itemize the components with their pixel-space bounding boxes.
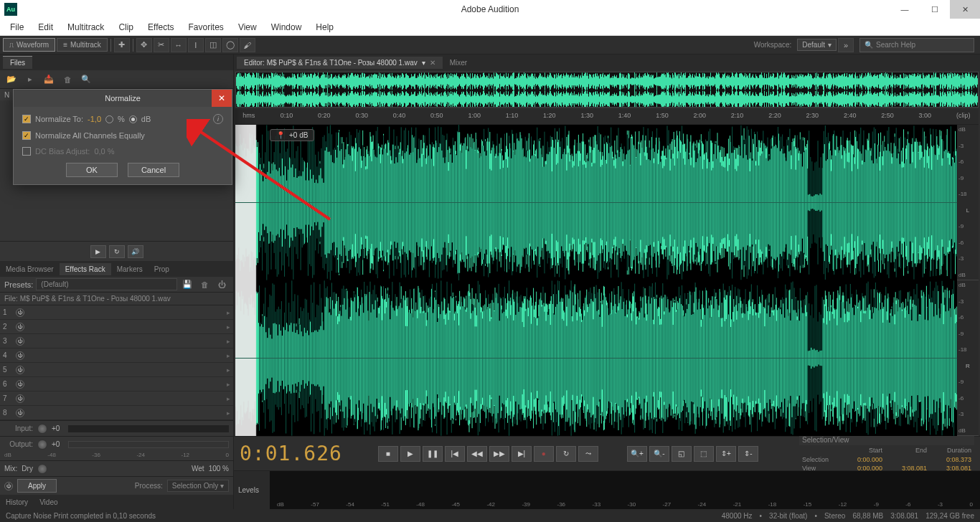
loop-button[interactable]: ↻ xyxy=(556,446,576,462)
waveform-overview[interactable] xyxy=(235,72,979,108)
menu-view[interactable]: View xyxy=(231,20,264,34)
open-file-button[interactable]: 📂 xyxy=(4,74,19,85)
tool-move[interactable]: ✥ xyxy=(136,38,152,52)
presets-dropdown[interactable]: (Default) xyxy=(36,278,177,290)
zoom-full-button[interactable]: ◱ xyxy=(672,446,692,462)
preset-delete-button[interactable]: 🗑 xyxy=(197,279,212,290)
power-icon[interactable]: ⏻ xyxy=(16,351,24,360)
editor-file-tab[interactable]: Editor: M$ PuP$ & F1ns & T1One - Розы 48… xyxy=(237,57,443,69)
waveform-display[interactable]: 📍+0 dB dB-3-6-9-18L-9-6-3dB dB-3-6-9-18R… xyxy=(235,125,979,436)
close-tab-button[interactable]: ✕ xyxy=(430,59,435,67)
power-icon[interactable]: ⏻ xyxy=(16,366,24,374)
levels-meter[interactable]: dB-57-54-51-48-45-42-39-36-33-30-27-24-2… xyxy=(270,471,980,509)
video-tab[interactable]: Video xyxy=(34,497,63,508)
info-icon[interactable]: i xyxy=(213,114,223,124)
unit-db-radio[interactable] xyxy=(129,115,137,123)
power-icon[interactable]: ⏻ xyxy=(16,380,24,389)
tool-marquee[interactable]: ◫ xyxy=(205,38,221,52)
mode-waveform-button[interactable]: ⎍Waveform xyxy=(3,38,55,52)
dialog-title[interactable]: Normalize ✕ xyxy=(14,90,232,107)
rack-power-toggle[interactable]: ⏻ xyxy=(4,482,13,490)
chevron-down-icon[interactable]: ▾ xyxy=(422,59,425,67)
workspace-dropdown[interactable]: Default▾ xyxy=(797,39,837,51)
zoom-selection-button[interactable]: ⬚ xyxy=(694,446,714,462)
pause-button[interactable]: ❚❚ xyxy=(423,446,443,462)
mode-multitrack-button[interactable]: ≡Multitrack xyxy=(57,38,108,52)
go-to-start-button[interactable]: |◀ xyxy=(445,446,465,462)
forward-button[interactable]: ▶▶ xyxy=(489,446,509,462)
power-icon[interactable]: ⏻ xyxy=(16,337,24,346)
tool-time-selection[interactable]: I xyxy=(188,38,204,52)
menu-clip[interactable]: Clip xyxy=(111,20,141,34)
power-icon[interactable]: ⏻ xyxy=(16,409,24,417)
search-help-input[interactable]: 🔍Search Help xyxy=(859,38,974,52)
cancel-button[interactable]: Cancel xyxy=(128,163,179,177)
history-tab[interactable]: History xyxy=(0,497,34,508)
fx-slot-8[interactable]: 8⏻▸ xyxy=(0,406,233,420)
workspace-menu-button[interactable]: » xyxy=(838,38,854,52)
all-channels-checkbox[interactable]: ✓ xyxy=(22,131,31,140)
media-browser-tab[interactable]: Media Browser xyxy=(0,263,60,275)
dc-bias-checkbox[interactable] xyxy=(22,147,31,156)
zoom-in-amp-button[interactable]: ⇕+ xyxy=(716,446,736,462)
preview-autoplay-button[interactable]: 🔊 xyxy=(128,245,143,258)
time-display[interactable]: 0:01.626 xyxy=(240,442,342,465)
fx-slot-7[interactable]: 7⏻▸ xyxy=(0,392,233,406)
close-file-button[interactable]: 🗑 xyxy=(60,74,75,85)
ok-button[interactable]: OK xyxy=(66,163,118,177)
timeline-ruler[interactable]: hms0:100:200:300:400:501:001:101:201:301… xyxy=(235,109,979,125)
properties-tab[interactable]: Prop xyxy=(149,263,175,275)
dialog-close-button[interactable]: ✕ xyxy=(212,90,232,107)
import-button[interactable]: 📥 xyxy=(42,74,56,85)
skip-selection-button[interactable]: ⤳ xyxy=(578,446,598,462)
go-to-end-button[interactable]: ▶| xyxy=(512,446,532,462)
selection-start[interactable]: 0:00.000 xyxy=(841,456,882,463)
menu-effects[interactable]: Effects xyxy=(141,20,181,34)
minimize-button[interactable]: — xyxy=(890,0,920,19)
tool-razor[interactable]: ✂ xyxy=(154,38,169,52)
fx-slot-1[interactable]: 1⏻▸ xyxy=(0,305,233,320)
maximize-button[interactable]: ☐ xyxy=(920,0,950,19)
tool-slip[interactable]: ↔ xyxy=(171,38,187,52)
menu-file[interactable]: File xyxy=(3,20,31,34)
selection-end[interactable] xyxy=(885,456,927,463)
fx-slot-3[interactable]: 3⏻▸ xyxy=(0,334,233,348)
zoom-out-amp-button[interactable]: ⇕- xyxy=(738,446,758,462)
zoom-in-button[interactable]: 🔍+ xyxy=(627,446,647,462)
tool-brush[interactable]: 🖌 xyxy=(240,38,255,52)
rewind-button[interactable]: ◀◀ xyxy=(467,446,487,462)
stop-button[interactable]: ■ xyxy=(378,446,398,462)
power-icon[interactable]: ⏻ xyxy=(16,308,24,317)
menu-window[interactable]: Window xyxy=(264,20,309,34)
new-file-button[interactable]: ▸ xyxy=(23,74,37,85)
normalize-to-value[interactable]: -1,0 xyxy=(88,115,101,123)
effects-rack-tab[interactable]: Effects Rack xyxy=(60,263,111,275)
tool-spot-healing[interactable]: ✚ xyxy=(114,38,130,52)
zoom-out-button[interactable]: 🔍- xyxy=(649,446,669,462)
preview-loop-button[interactable]: ↻ xyxy=(109,245,125,258)
preview-play-button[interactable]: ▶ xyxy=(90,245,106,258)
fx-slot-6[interactable]: 6⏻▸ xyxy=(0,377,233,392)
preset-save-button[interactable]: 💾 xyxy=(180,279,194,290)
unit-percent-radio[interactable] xyxy=(105,115,113,123)
close-window-button[interactable]: ✕ xyxy=(950,0,980,19)
files-tab[interactable]: Files xyxy=(3,56,32,69)
fx-slot-2[interactable]: 2⏻▸ xyxy=(0,320,233,334)
power-icon[interactable]: ⏻ xyxy=(16,323,24,331)
output-gain-knob[interactable] xyxy=(37,440,47,450)
mix-knob[interactable] xyxy=(37,464,47,474)
hud-gain-pill[interactable]: 📍+0 dB xyxy=(270,129,314,141)
process-dropdown[interactable]: Selection Only ▾ xyxy=(167,480,229,492)
mixer-tab[interactable]: Mixer xyxy=(443,57,474,69)
fx-slot-4[interactable]: 4⏻▸ xyxy=(0,348,233,363)
menu-multitrack[interactable]: Multitrack xyxy=(60,20,111,34)
rack-power-button[interactable]: ⏻ xyxy=(215,279,229,290)
menu-favorites[interactable]: Favorites xyxy=(182,20,231,34)
selection-duration[interactable]: 0:08.373 xyxy=(930,456,971,463)
power-icon[interactable]: ⏻ xyxy=(16,394,24,403)
tool-lasso[interactable]: ◯ xyxy=(222,38,238,52)
normalize-to-checkbox[interactable]: ✓ xyxy=(22,115,31,123)
fx-slot-5[interactable]: 5⏻▸ xyxy=(0,363,233,377)
input-gain-knob[interactable] xyxy=(37,424,47,434)
play-button[interactable]: ▶ xyxy=(400,446,420,462)
